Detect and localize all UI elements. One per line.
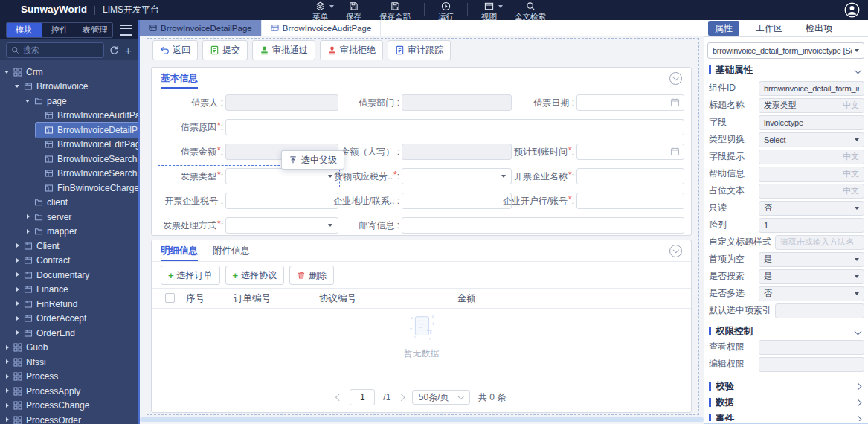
editor-tab[interactable]: BrrowInvoiceAuditPage [262, 20, 382, 36]
section-header[interactable]: 基础属性 [709, 62, 864, 77]
property-input[interactable]: 中文 [759, 167, 864, 182]
section-header[interactable]: 权限控制 [709, 324, 864, 338]
tab-basic-info[interactable]: 基本信息 [161, 68, 198, 89]
property-input[interactable]: brrowinvoice_detail_form_invoic [759, 81, 864, 96]
current-page-input[interactable]: 1 [350, 389, 375, 405]
expand-caret-icon[interactable] [4, 402, 11, 409]
tree-item[interactable]: ProcessChange [4, 399, 95, 414]
expand-caret-icon[interactable] [4, 344, 11, 351]
property-select[interactable]: 是 [759, 269, 864, 284]
property-input[interactable]: 中文 [759, 150, 864, 164]
property-input[interactable]: 中文 [759, 184, 864, 199]
text-field[interactable] [225, 119, 684, 135]
tree-item[interactable]: BrrowInvoiceDetailPage [36, 123, 138, 138]
toolbar-button-audit[interactable]: 审计跟踪 [388, 40, 451, 60]
tree-item[interactable]: Documentary [15, 268, 95, 283]
property-select[interactable]: Select [759, 132, 864, 147]
text-field[interactable] [402, 193, 512, 209]
detail-button-plus-1[interactable]: 选择协议 [225, 266, 285, 285]
inspector-tab-2[interactable]: 检出项 [799, 21, 839, 36]
expand-caret-icon[interactable] [15, 83, 22, 90]
date-field[interactable] [576, 144, 684, 160]
select-field[interactable] [225, 217, 338, 234]
expand-caret-icon[interactable] [25, 228, 32, 235]
text-field[interactable] [402, 144, 512, 160]
prev-page-icon[interactable] [337, 395, 342, 400]
hamburger-menu-icon[interactable] [120, 25, 132, 36]
header-action-view[interactable]: 视图 [481, 1, 497, 22]
sidebar-tab-2[interactable]: 表管理 [77, 23, 112, 37]
collapse-detail-icon[interactable] [669, 245, 682, 257]
expand-caret-icon[interactable] [15, 272, 22, 279]
tab-attachment-info[interactable]: 附件信息 [213, 240, 250, 261]
expand-caret-icon[interactable] [4, 373, 11, 380]
tree-item[interactable]: Finance [15, 283, 74, 298]
inspector-tab-0[interactable]: 属性 [708, 21, 739, 36]
expand-caret-icon[interactable] [15, 330, 22, 337]
next-page-icon[interactable] [399, 395, 404, 400]
expand-caret-icon[interactable] [4, 388, 11, 395]
add-icon[interactable] [124, 45, 132, 55]
tree-item[interactable]: Client [15, 239, 65, 254]
section-header[interactable]: 数据 [709, 395, 864, 410]
tree-item[interactable]: Process [4, 370, 64, 385]
sidebar-tab-0[interactable]: 模块 [7, 23, 42, 37]
inspector-tab-1[interactable]: 工作区 [749, 21, 789, 36]
property-input[interactable] [759, 340, 864, 355]
toolbar-button-back[interactable]: 返回 [152, 40, 198, 60]
sidebar-tab-1[interactable]: 控件 [42, 23, 78, 37]
date-field[interactable] [576, 94, 684, 111]
text-field[interactable] [225, 94, 338, 111]
header-action-saveall[interactable]: 保存全部 [379, 1, 411, 22]
detail-button-trash-2[interactable]: 删除 [289, 266, 334, 285]
expand-caret-icon[interactable] [25, 97, 32, 105]
tree-item[interactable]: FinRefund [15, 297, 83, 312]
property-input[interactable]: 发票类型中文 [759, 98, 864, 113]
tree-item[interactable]: BrrowInvoiceSearchPage [36, 167, 138, 182]
detail-button-plus-0[interactable]: 选择订单 [161, 266, 220, 285]
expand-caret-icon[interactable] [4, 417, 11, 424]
property-input[interactable]: invoicetype [759, 115, 864, 130]
tree-item[interactable]: BrrowInvoice [15, 80, 94, 94]
property-input[interactable]: 1 [759, 218, 864, 233]
tree-item[interactable]: BrrowInvoiceEditPage [36, 138, 138, 152]
text-field[interactable] [402, 217, 684, 234]
expand-caret-icon[interactable] [15, 315, 22, 322]
tree-item[interactable]: Contract [15, 254, 76, 269]
text-field[interactable] [402, 94, 512, 111]
toolbar-button-reject[interactable]: 审批拒绝 [320, 40, 383, 60]
select-field[interactable] [402, 168, 512, 184]
header-action-layers[interactable]: 菜单 [312, 1, 328, 22]
expand-caret-icon[interactable] [15, 286, 22, 293]
text-field[interactable] [225, 193, 338, 209]
toolbar-button-approve[interactable]: 审批通过 [252, 40, 315, 60]
tree-item[interactable]: OrderAccept [15, 312, 92, 327]
text-field[interactable] [576, 168, 684, 184]
expand-caret-icon[interactable] [4, 359, 11, 366]
select-field[interactable] [225, 168, 338, 184]
select-parent-tooltip[interactable]: 选中父级 [281, 150, 344, 170]
expand-caret-icon[interactable] [15, 242, 22, 250]
property-input[interactable] [775, 303, 864, 318]
toolbar-button-submit[interactable]: 提交 [202, 40, 248, 60]
tree-item[interactable]: Guob [4, 341, 54, 356]
header-action-run[interactable]: 运行 [438, 1, 454, 22]
property-input[interactable]: 请双击或输入方法名 [775, 235, 864, 250]
component-selector[interactable]: brrowinvoice_detail_form_invoicetype [Se… [707, 42, 864, 59]
tree-item[interactable]: page [25, 94, 73, 109]
header-action-save[interactable]: 保存 [346, 1, 361, 22]
tree-item[interactable]: BrrowInvoiceSearchDealPage [36, 152, 138, 167]
property-select[interactable]: 否 [759, 201, 864, 216]
expand-caret-icon[interactable] [15, 257, 22, 264]
tree-search-input[interactable]: 搜索 [6, 42, 104, 58]
expand-caret-icon[interactable] [4, 68, 11, 76]
tree-item[interactable]: FinBwinvoiceChargeDetailPage [36, 181, 138, 196]
text-field[interactable] [576, 193, 684, 209]
tree-item[interactable]: client [25, 196, 74, 211]
header-action-search[interactable]: 全文检索 [515, 1, 546, 22]
tree-item[interactable]: OrderEnd [15, 326, 81, 341]
tree-item[interactable]: Nfssi [4, 355, 52, 370]
property-select[interactable]: 是 [759, 252, 864, 267]
horizontal-scrollbar[interactable] [140, 417, 704, 422]
property-select[interactable]: 否 [759, 286, 864, 301]
